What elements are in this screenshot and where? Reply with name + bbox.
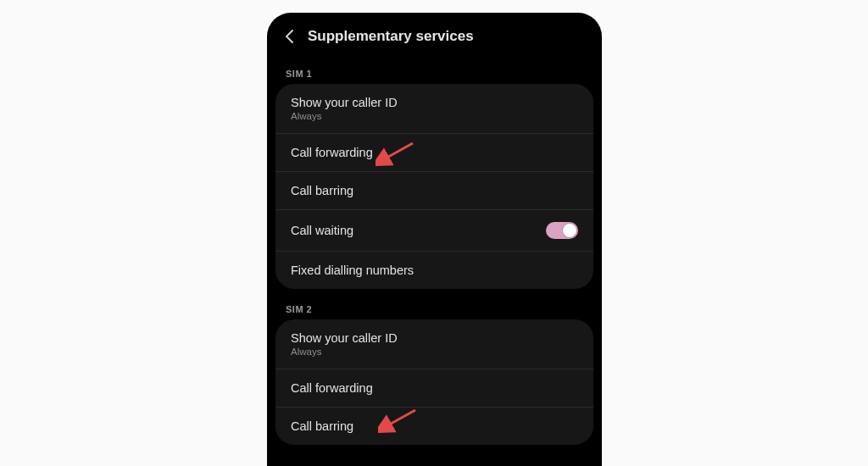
row-title: Call forwarding — [291, 146, 578, 159]
section-label-sim2: SIM 2 — [267, 289, 602, 319]
back-icon[interactable] — [282, 29, 298, 44]
row-call-waiting-sim1[interactable]: Call waiting — [275, 210, 593, 252]
card-sim2: Show your caller ID Always Call forwardi… — [275, 319, 593, 445]
row-caller-id-sim1[interactable]: Show your caller ID Always — [275, 84, 593, 134]
toggle-call-waiting[interactable] — [546, 222, 578, 239]
row-title: Show your caller ID — [291, 96, 578, 109]
row-call-forwarding-sim2[interactable]: Call forwarding — [275, 369, 593, 408]
row-fixed-dialling-sim1[interactable]: Fixed dialling numbers — [275, 252, 593, 289]
row-caller-id-sim2[interactable]: Show your caller ID Always — [275, 319, 593, 369]
row-title: Call forwarding — [291, 381, 578, 395]
card-sim1: Show your caller ID Always Call forwardi… — [275, 84, 593, 289]
row-subtitle: Always — [291, 347, 578, 357]
row-call-forwarding-sim1[interactable]: Call forwarding — [275, 134, 593, 172]
row-title: Fixed dialling numbers — [291, 264, 578, 277]
row-title: Show your caller ID — [291, 331, 578, 345]
settings-screen: Supplementary services SIM 1 Show your c… — [267, 13, 602, 466]
row-title: Call waiting — [291, 224, 546, 237]
section-label-sim1: SIM 1 — [267, 53, 602, 84]
row-call-barring-sim2[interactable]: Call barring — [275, 408, 593, 445]
header: Supplementary services — [267, 13, 602, 53]
row-title: Call barring — [291, 184, 578, 197]
row-title: Call barring — [291, 419, 578, 433]
row-call-barring-sim1[interactable]: Call barring — [275, 172, 593, 210]
page-title: Supplementary services — [308, 28, 474, 45]
row-subtitle: Always — [291, 111, 578, 121]
